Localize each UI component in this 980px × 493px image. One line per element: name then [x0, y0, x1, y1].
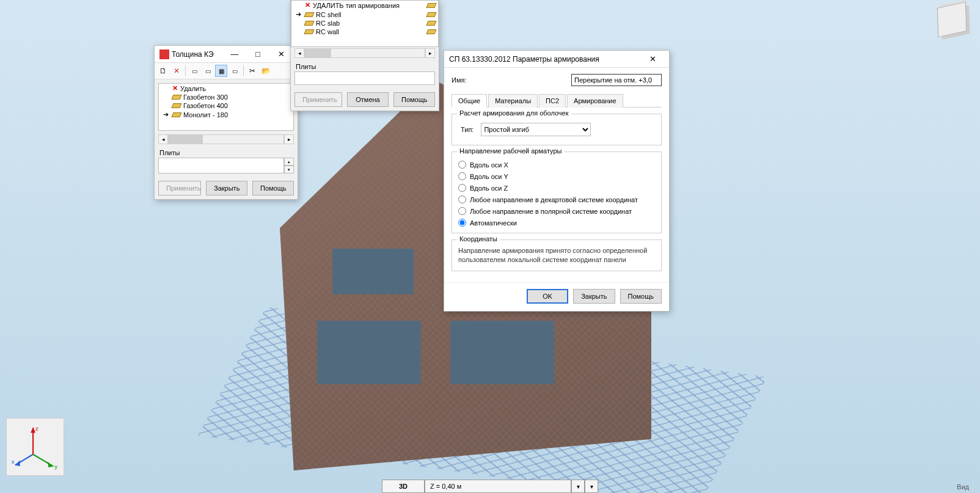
help-button[interactable]: Помощь — [620, 289, 662, 304]
radio-input[interactable] — [458, 207, 466, 215]
spin-up-icon[interactable]: ▴ — [284, 158, 294, 166]
scroll-left-icon[interactable]: ◂ — [294, 48, 304, 58]
help-button[interactable]: Помощь — [252, 181, 294, 195]
list-item[interactable]: Газобетон 400 — [159, 101, 293, 110]
radio-label: Вдоль оси Y — [470, 173, 508, 180]
view-label: Вид — [957, 483, 969, 491]
view-cube[interactable] — [937, 2, 967, 37]
selection-arrow-icon: ➔ — [294, 10, 302, 18]
list-item-label: Газобетон 300 — [183, 93, 228, 101]
radio-input[interactable] — [458, 161, 466, 169]
radio-option[interactable]: Любое направление в декартовой системе к… — [458, 195, 655, 203]
type-select[interactable]: Простой изгиб — [481, 123, 591, 136]
tab-пс2[interactable]: ПС2 — [539, 94, 566, 108]
rc-type-list[interactable]: ✕УДАЛИТЬ тип армирования➔RC shellRC slab… — [291, 1, 439, 47]
scroll-right-icon[interactable]: ▸ — [284, 134, 294, 144]
list-item[interactable]: RC slab — [291, 19, 438, 27]
close-button[interactable]: ✕ — [641, 51, 664, 67]
spin-down-icon[interactable]: ▾ — [284, 166, 294, 173]
radio-option[interactable]: Вдоль оси Y — [458, 172, 655, 180]
tab-армирование[interactable]: Армирование — [567, 94, 623, 108]
radio-option[interactable]: Вдоль оси X — [458, 161, 655, 169]
name-input[interactable] — [571, 74, 662, 86]
list-item-label: Газобетон 400 — [183, 102, 228, 109]
axis-x-label: x — [12, 458, 15, 465]
tab-материалы[interactable]: Материалы — [488, 94, 538, 108]
window-title: СП 63.13330.2012 Параметры армирования — [449, 55, 599, 64]
radio-input[interactable] — [458, 184, 466, 192]
group-title: Координаты — [457, 235, 500, 243]
maximize-button[interactable]: □ — [246, 46, 269, 62]
radio-label: Любое направление в полярной системе коо… — [470, 208, 632, 215]
status-dropdown-1[interactable]: ▾ — [571, 480, 585, 493]
scroll-track[interactable] — [304, 48, 425, 58]
hscrollbar[interactable]: ◂ ▸ — [294, 48, 435, 58]
layer-icon — [171, 112, 181, 117]
radio-input[interactable] — [458, 195, 466, 203]
ok-button[interactable]: OK — [527, 289, 568, 304]
plates-combo[interactable]: ▴ ▾ — [158, 158, 294, 173]
close-button[interactable]: ✕ — [269, 46, 293, 62]
plates-input[interactable] — [294, 71, 435, 85]
radio-label: Автоматически — [470, 219, 517, 227]
radio-label: Вдоль оси Z — [470, 184, 508, 192]
material-list[interactable]: ✕УдалитьГазобетон 300Газобетон 400➔Монол… — [158, 83, 294, 131]
radio-option[interactable]: Вдоль оси Z — [458, 184, 655, 192]
group-title: Расчет армирования для оболочек — [457, 109, 571, 117]
list-item[interactable]: ✕Удалить — [159, 84, 293, 93]
list-item[interactable]: Газобетон 300 — [159, 93, 293, 101]
scroll-right-icon[interactable]: ▸ — [425, 48, 435, 58]
axis-z-label: z — [35, 425, 38, 432]
list-item[interactable]: ✕УДАЛИТЬ тип армирования — [291, 1, 438, 10]
titlebar[interactable]: СП 63.13330.2012 Параметры армирования ✕ — [444, 51, 669, 68]
list-item-label: RC slab — [316, 20, 340, 27]
rebar-direction-group: Направление рабочей арматуры Вдоль оси X… — [452, 152, 662, 233]
list-item[interactable]: ➔RC shell — [291, 10, 438, 19]
window-title: Толщина КЭ — [172, 50, 214, 59]
radio-option[interactable]: Любое направление в полярной системе коо… — [458, 207, 655, 215]
apply-button[interactable]: Применить — [158, 181, 201, 195]
radio-input[interactable] — [458, 172, 466, 180]
dialog-fe-thickness: Толщина КЭ — □ ✕ 🗋 ✕ ▭ ▭ ▦ ▭ ✂ 📂 ✕Удалит… — [154, 45, 298, 200]
layout-icon-4[interactable]: ▭ — [229, 65, 241, 77]
layer-icon — [171, 103, 181, 108]
svg-marker-5 — [31, 427, 35, 433]
list-item[interactable]: ➔Монолит - 180 — [159, 110, 293, 119]
list-item-label: Монолит - 180 — [183, 111, 228, 119]
status-dropdown-2[interactable]: ▾ — [585, 480, 598, 493]
status-z-coord[interactable]: Z = 0,40 м — [425, 480, 571, 493]
titlebar[interactable]: Толщина КЭ — □ ✕ — [155, 46, 298, 63]
scroll-thumb[interactable] — [305, 49, 331, 57]
close-button[interactable]: Закрыть — [573, 289, 615, 304]
new-icon[interactable]: 🗋 — [157, 65, 169, 77]
radio-input[interactable] — [458, 219, 466, 227]
apply-button[interactable]: Применить — [294, 92, 342, 107]
status-view-mode[interactable]: 3D — [382, 480, 425, 493]
scroll-thumb[interactable] — [169, 135, 203, 144]
tab-общие[interactable]: Общие — [452, 94, 487, 108]
list-item-label: УДАЛИТЬ тип армирования — [313, 2, 400, 9]
close-button[interactable]: Закрыть — [206, 181, 247, 195]
layer-icon — [304, 21, 314, 26]
cut-icon[interactable]: ✂ — [246, 65, 258, 77]
layer-icon — [304, 29, 314, 34]
minimize-button[interactable]: — — [223, 46, 246, 62]
scroll-track[interactable] — [168, 134, 284, 144]
type-label: Тип: — [461, 126, 474, 133]
separator — [185, 65, 186, 76]
help-button[interactable]: Помощь — [393, 92, 435, 107]
layer-icon — [171, 95, 181, 100]
delete-icon[interactable]: ✕ — [170, 65, 183, 77]
open-icon[interactable]: 📂 — [260, 65, 272, 77]
layout-icon-1[interactable]: ▭ — [188, 65, 200, 77]
scroll-left-icon[interactable]: ◂ — [158, 134, 168, 144]
axis-widget[interactable]: x y z — [6, 418, 64, 476]
hscrollbar[interactable]: ◂ ▸ — [158, 134, 294, 144]
radio-option[interactable]: Автоматически — [458, 219, 655, 227]
radio-label: Вдоль оси X — [470, 161, 508, 169]
layout-icon-2[interactable]: ▭ — [202, 65, 214, 77]
layout-icon-3[interactable]: ▦ — [215, 65, 227, 77]
cancel-button[interactable]: Отмена — [347, 92, 389, 107]
plates-input[interactable] — [158, 158, 284, 173]
list-item[interactable]: RC wall — [291, 27, 438, 36]
